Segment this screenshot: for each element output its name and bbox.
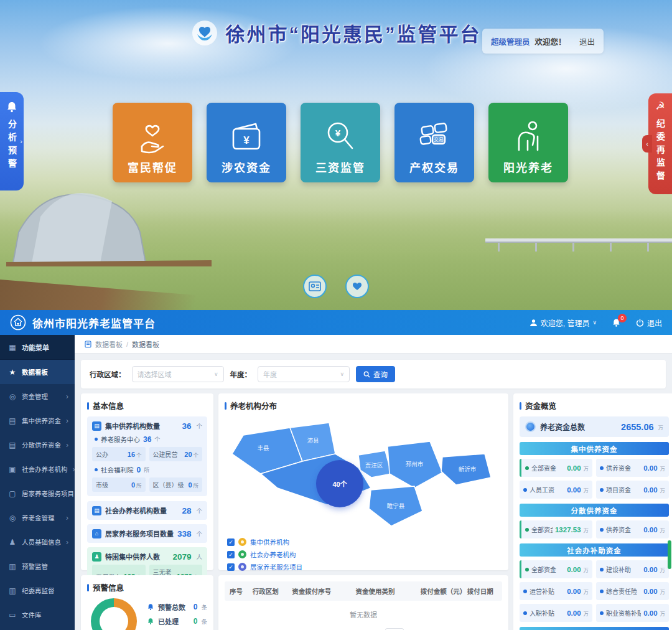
bullet-icon bbox=[600, 466, 604, 470]
year-select[interactable]: 年度 ∨ bbox=[258, 366, 350, 382]
stat-label: 预警总数 bbox=[158, 602, 185, 612]
checkbox-checked[interactable]: ✓ bbox=[227, 563, 235, 571]
sidebar-item-decentralized-support-funds[interactable]: ▤ 分散供养资金 › bbox=[0, 433, 75, 457]
hero-logout-button[interactable]: 退出 bbox=[579, 35, 595, 47]
legend-label: 居家养老服务项目 bbox=[250, 562, 302, 571]
analysis-warning-tab[interactable]: 分析预警 › bbox=[0, 92, 24, 190]
stat-unit: 条 bbox=[202, 617, 208, 626]
bell-icon bbox=[147, 618, 154, 625]
chip-label: 公建民营 bbox=[153, 449, 178, 459]
map-region-label[interactable]: 丰县 bbox=[258, 443, 269, 452]
map-region-label[interactable]: 邳州市 bbox=[406, 459, 424, 468]
user-role: 超级管理员 bbox=[491, 35, 530, 47]
stat-value: 28 bbox=[182, 506, 192, 515]
grid-icon: ▦ bbox=[8, 343, 17, 352]
sidebar-item-label: 资金管理 bbox=[22, 392, 48, 401]
coins-icon: ◎ bbox=[8, 514, 17, 522]
magnifier-yuan-icon: ¥ bbox=[322, 118, 358, 158]
region-select[interactable]: 请选择区域 ∨ bbox=[132, 366, 224, 382]
folder-icon: ▭ bbox=[8, 611, 17, 619]
platform-logo-icon bbox=[191, 19, 218, 47]
health-care-button[interactable] bbox=[345, 275, 369, 298]
sidebar-item-label: 纪委再监督 bbox=[22, 586, 55, 595]
sidebar-item-data-dashboard[interactable]: ★ 数据看板 bbox=[0, 360, 75, 384]
sidebar-item-discipline-supervision[interactable]: ▥ 纪委再监督 bbox=[0, 578, 75, 603]
sidebar-item-label: 数据看板 bbox=[22, 367, 48, 377]
checkbox-checked[interactable]: ✓ bbox=[227, 538, 235, 546]
tab-label: 分析预警 bbox=[6, 120, 18, 172]
fund-unit: 万 bbox=[660, 464, 666, 472]
star-icon: ★ bbox=[8, 368, 17, 377]
stat-unit: 人 bbox=[197, 552, 203, 561]
id-card-button[interactable] bbox=[303, 275, 327, 298]
power-icon bbox=[636, 319, 644, 327]
sidebar-header-label: 功能菜单 bbox=[22, 342, 49, 352]
fund-item: 供养资金 0.00 万 bbox=[596, 459, 669, 477]
chevron-down-icon: ∨ bbox=[214, 371, 218, 377]
tile-chanquan-jiaoyi[interactable]: 交易 产权交易 bbox=[394, 103, 474, 182]
stat-value: 36 bbox=[182, 421, 192, 431]
notification-badge: 0 bbox=[618, 314, 627, 322]
chevron-right-icon: › bbox=[66, 538, 68, 547]
fund-value: 0.00 bbox=[567, 588, 581, 595]
sidebar-item-warning-supervision[interactable]: ▥ 预警监管 bbox=[0, 554, 75, 578]
chevron-right-icon[interactable]: › bbox=[20, 138, 22, 145]
tile-fumin-bangcu[interactable]: 富民帮促 bbox=[113, 103, 192, 182]
breadcrumb-root[interactable]: 数据看板 bbox=[95, 339, 123, 349]
search-button[interactable]: 查询 bbox=[356, 366, 395, 382]
map-region-label[interactable]: 沛县 bbox=[307, 436, 319, 444]
bullet-icon bbox=[525, 528, 529, 532]
scrollbar-thumb[interactable] bbox=[668, 540, 671, 569]
region-placeholder: 请选择区域 bbox=[138, 369, 172, 379]
tile-label: 产权交易 bbox=[394, 159, 474, 175]
sidebar-item-centralized-support-funds[interactable]: ▤ 集中供养资金 › bbox=[0, 408, 75, 433]
fund-unit: 万 bbox=[584, 609, 589, 617]
tile-yangguang-yanglao[interactable]: 阳光养老 bbox=[488, 103, 568, 182]
elder-person-icon bbox=[511, 118, 545, 158]
breadcrumb-current: 数据看板 bbox=[132, 339, 159, 349]
chevron-left-icon[interactable]: ‹ bbox=[642, 135, 652, 153]
tab-label: 纪委再监督 bbox=[654, 119, 666, 184]
map-region-label[interactable]: 睢宁县 bbox=[387, 501, 405, 510]
discipline-supervision-tab[interactable]: ☭ 纪委再监督 ‹ bbox=[648, 93, 672, 194]
map-count-bubble[interactable]: 40个 bbox=[316, 460, 363, 507]
table-empty-state: 暂无数据 bbox=[225, 601, 502, 626]
tile-sanzi-jianguan[interactable]: ¥ 三资监管 bbox=[301, 103, 380, 182]
fund-label: 职业资格补贴 bbox=[606, 608, 641, 618]
tile-shenong-zijin[interactable]: ¥ 涉农资金 bbox=[207, 103, 286, 182]
doc-check-icon: ▣ bbox=[8, 465, 17, 474]
fund-unit: 万 bbox=[584, 464, 589, 472]
sidebar-item-file-library[interactable]: ▭ 文件库 bbox=[0, 603, 75, 627]
sidebar-item-pension-management[interactable]: ◎ 养老金管理 › bbox=[0, 505, 75, 530]
checkbox-checked[interactable]: ✓ bbox=[227, 551, 235, 558]
sidebar-item-funds-management[interactable]: ◎ 资金管理 › bbox=[0, 384, 75, 408]
title-bar-decor bbox=[87, 584, 89, 591]
map-region-label[interactable]: 贾汪区 bbox=[365, 461, 383, 469]
folder-icon: ▤ bbox=[8, 416, 17, 425]
logout-button[interactable]: 退出 bbox=[636, 317, 662, 328]
map-region-label[interactable]: 新沂市 bbox=[459, 464, 477, 473]
chip-label: 市级 bbox=[96, 480, 108, 489]
hand-heart-icon bbox=[136, 118, 169, 158]
svg-text:¥: ¥ bbox=[335, 128, 341, 138]
topbar-user-menu[interactable]: 欢迎您, 管理员 ∨ bbox=[530, 317, 597, 328]
sub-unit: 个 bbox=[154, 435, 160, 443]
sidebar-item-personnel-basic-info[interactable]: ♟ 人员基础信息 › bbox=[0, 530, 75, 554]
document-icon bbox=[85, 341, 91, 348]
xuzhou-map[interactable]: 丰县 沛县 贾汪区 邳州市 新沂市 睢宁县 40个 bbox=[225, 416, 502, 536]
chip-public: 公办 16 个 bbox=[92, 447, 146, 461]
tile-label: 涉农资金 bbox=[207, 159, 286, 175]
fund-item: 全部资金 1327.53 万 bbox=[520, 520, 592, 538]
chevron-right-icon: › bbox=[66, 441, 68, 449]
sidebar-item-home-care-projects[interactable]: ▢ 居家养老服务项目 › bbox=[0, 481, 75, 505]
stat-label: 特困集中供养人数 bbox=[105, 552, 160, 562]
fund-label: 供养资金 bbox=[606, 525, 631, 534]
sidebar-item-social-elderly-institutions[interactable]: ▣ 社会办养老机构 › bbox=[0, 457, 75, 481]
sidebar-item-log-management[interactable]: ✎ 日志管理 › bbox=[0, 627, 75, 630]
sidebar-item-label: 社会办养老机构 bbox=[22, 464, 68, 474]
warning-info-panel: 预警信息 预警总数 0 条 已处理 bbox=[81, 575, 213, 630]
sidebar-header-function-menu: ▦ 功能菜单 bbox=[0, 335, 75, 360]
stat-label: 社会办养老机构数量 bbox=[105, 505, 167, 515]
fund-unit: 万 bbox=[584, 526, 589, 534]
notifications-button[interactable]: 0 bbox=[612, 318, 621, 327]
